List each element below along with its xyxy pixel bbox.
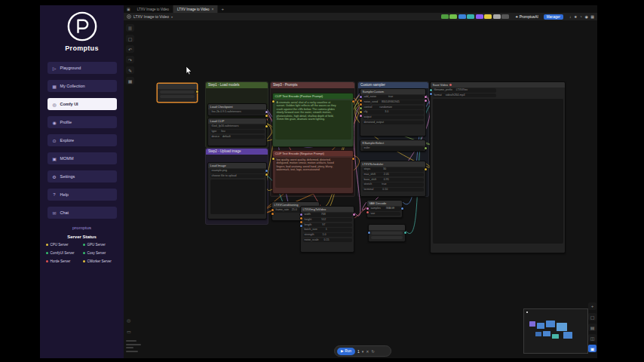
close-tab-icon[interactable]: × <box>211 7 213 11</box>
input-socket[interactable] <box>430 93 432 95</box>
node-widget[interactable]: steps 30 <box>363 167 424 172</box>
palette-chip-7[interactable] <box>501 14 509 20</box>
menu-icon[interactable]: ☰ <box>126 24 134 32</box>
palette-chip-4[interactable] <box>476 14 483 20</box>
sidebar-item-settings[interactable]: ⚙Settings <box>48 170 117 183</box>
node-widget[interactable] <box>160 90 195 94</box>
fit-view-icon[interactable]: ▢ <box>588 313 596 321</box>
node-widget[interactable]: noise_scale 0.15 <box>303 238 352 243</box>
graph-node-note[interactable] <box>157 83 198 103</box>
sidebar-item-help[interactable]: ?Help <box>48 189 117 201</box>
sidebar-item-momm[interactable]: ▣MOMM <box>48 152 117 164</box>
output-socket[interactable] <box>425 100 427 102</box>
palette-chip-3[interactable] <box>467 14 474 20</box>
input-socket[interactable] <box>430 89 432 91</box>
palette-chip-2[interactable] <box>458 14 466 20</box>
output-socket[interactable] <box>425 96 427 98</box>
input-socket[interactable] <box>360 100 362 102</box>
sidebar-item-comfy-ui[interactable]: ◎Comfy UI <box>48 98 117 110</box>
workflow-icon[interactable]: ▢ <box>126 35 134 42</box>
input-socket[interactable] <box>360 111 362 113</box>
assets-icon[interactable]: ▦ <box>126 77 134 84</box>
node-widget[interactable]: cfg 3.0 <box>363 110 424 115</box>
output-socket[interactable] <box>265 170 268 172</box>
node-text-area[interactable] <box>210 179 265 214</box>
node-widget[interactable] <box>371 236 403 239</box>
minimap-button[interactable]: ▣ <box>588 345 596 352</box>
node-widget[interactable]: example.png <box>210 169 265 173</box>
graph-node-ksampler-select[interactable]: KSamplerSelecteuler <box>360 140 426 152</box>
download-icon[interactable]: ↓ <box>569 14 572 19</box>
input-socket[interactable] <box>300 213 302 216</box>
node-widget[interactable]: denoised_output <box>363 121 424 125</box>
minimap[interactable] <box>523 308 588 354</box>
sidebar-item-profile[interactable]: ◉Profile <box>48 116 117 128</box>
promptus-ai-button[interactable]: ✦ PromptusAI <box>515 15 538 19</box>
chevron-down-icon[interactable]: ▾ <box>171 15 173 19</box>
graph-node-save-video[interactable]: Save Videofilename_prefix LTXV/ltxvforma… <box>430 81 566 253</box>
apps-grid-icon[interactable]: ▦ <box>590 14 594 19</box>
node-widget[interactable] <box>160 95 195 98</box>
focus-icon[interactable]: ◎ <box>127 318 131 323</box>
graph-node-ltxv-img-to-video[interactable]: LTXVImgToVideowidth 768height 512length … <box>300 206 354 253</box>
profile-icon[interactable]: ◉ <box>584 14 587 19</box>
output-socket[interactable] <box>265 115 268 117</box>
node-text-area[interactable]: low quality, worst quality, deformed, di… <box>275 158 351 188</box>
node-widget[interactable]: filename_prefix LTXV/ltxv <box>433 88 496 93</box>
workflow-name[interactable]: LTXV Image to Video <box>133 14 169 19</box>
node-widget[interactable]: width 768 <box>303 213 352 217</box>
input-socket[interactable] <box>360 96 362 98</box>
node-widget[interactable] <box>371 232 403 235</box>
output-socket[interactable] <box>265 125 268 127</box>
sidebar-item-chat[interactable]: ✉Chat <box>48 207 117 219</box>
workflows-icon[interactable]: ▣ <box>124 5 133 13</box>
output-socket[interactable] <box>265 173 268 176</box>
sidebar-item-explore[interactable]: ⊙Explore <box>48 134 117 146</box>
palette-chip-6[interactable] <box>493 14 501 20</box>
graph-node-aux-node[interactable] <box>368 224 406 242</box>
node-widget[interactable]: type ltxv <box>210 130 265 134</box>
output-socket[interactable] <box>353 213 355 216</box>
output-socket[interactable] <box>352 100 354 103</box>
manager-button[interactable]: Manager <box>544 14 563 20</box>
refresh-icon[interactable]: ↻ <box>372 349 375 354</box>
redo-icon[interactable]: ↷ <box>126 56 134 63</box>
graph-node-sampler-custom[interactable]: SamplerCustomadd_noise truenoise_seed 83… <box>360 88 426 137</box>
palette-chip-5[interactable] <box>484 14 492 20</box>
output-socket[interactable] <box>196 90 198 93</box>
output-socket[interactable] <box>265 111 268 113</box>
node-widget[interactable]: batch_size 1 <box>303 228 352 232</box>
input-socket[interactable] <box>271 213 274 215</box>
zoom-in-icon[interactable]: + <box>588 302 596 310</box>
input-socket[interactable] <box>360 115 362 117</box>
node-text-area[interactable] <box>433 99 563 244</box>
chevron-down-icon[interactable]: ▾ <box>362 349 364 354</box>
node-widget[interactable]: device default <box>210 135 265 140</box>
edit-icon[interactable]: ✎ <box>126 66 134 74</box>
sidebar-item-my-collection[interactable]: ▦My Collection <box>48 80 117 92</box>
workflow-tab[interactable]: LTXV Image to Video <box>133 5 173 13</box>
output-socket[interactable] <box>352 158 354 160</box>
notifications-icon[interactable]: ◔ <box>580 14 582 19</box>
new-tab-button[interactable]: + <box>218 5 227 13</box>
node-widget[interactable]: max_shift 2.05 <box>363 173 424 177</box>
input-socket[interactable] <box>300 217 302 219</box>
input-socket[interactable] <box>300 225 302 227</box>
graph-node-vae-decode[interactable]: VAE Decodesamples IMAGEvae <box>366 200 403 218</box>
input-socket[interactable] <box>272 100 274 103</box>
panel-toggle-icon[interactable]: ◫ <box>588 334 596 342</box>
input-socket[interactable] <box>300 221 302 223</box>
graph-node-ltxv-scheduler[interactable]: LTXVSchedulersteps 30max_shift 2.05base_… <box>360 161 426 197</box>
graph-node-positive-prompt[interactable]: CLIP Text Encode (Positive Prompt)A cine… <box>272 93 354 147</box>
output-socket[interactable] <box>404 232 406 234</box>
node-widget[interactable]: t5xxl_fp16.safetensors <box>210 124 265 129</box>
undo-icon[interactable]: ↶ <box>126 45 134 53</box>
node-widget[interactable]: vae <box>370 212 400 216</box>
input-socket[interactable] <box>366 207 369 210</box>
palette-chip-1[interactable] <box>449 14 457 20</box>
close-icon[interactable]: ✕ <box>366 349 369 354</box>
graph-node-negative-prompt[interactable]: CLIP Text Encode (Negative Prompt)low qu… <box>272 150 354 194</box>
node-widget[interactable]: format video/h264-mp4 <box>433 94 496 98</box>
star-icon[interactable]: ★ <box>574 14 577 19</box>
node-widget[interactable]: base_shift 0.95 <box>363 178 424 183</box>
